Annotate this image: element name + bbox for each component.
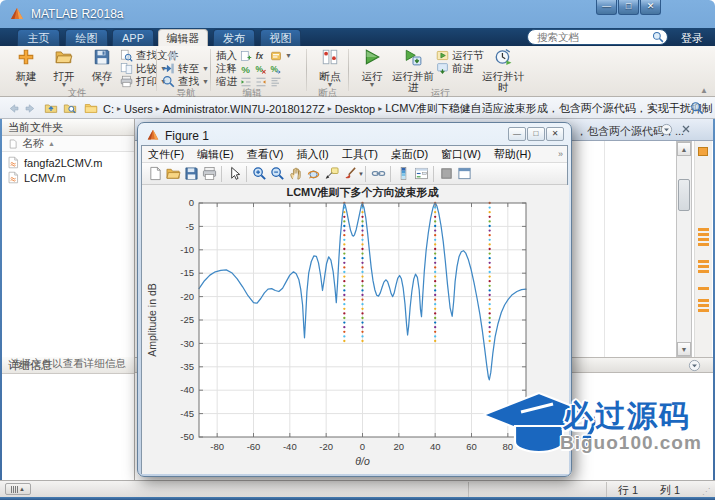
folder-search-icon[interactable] <box>690 101 704 115</box>
pan-hand-icon[interactable] <box>288 166 304 182</box>
运行-button[interactable]: 运行▼ <box>354 48 390 86</box>
insert-colorbar-icon[interactable] <box>396 166 412 182</box>
前进-button[interactable]: 前进 <box>436 62 473 75</box>
ribbon-tab-3[interactable]: APP <box>112 29 154 46</box>
figure-menu-6[interactable]: 桌面(D) <box>391 147 428 162</box>
新建-button[interactable]: 新建▼ <box>8 48 44 86</box>
brush-dropdown-icon[interactable]: ▼ <box>358 171 364 177</box>
analyzer-marker[interactable] <box>698 228 709 231</box>
注释-button[interactable]: 注释%%% <box>216 62 282 75</box>
转至-button[interactable]: 转至▼ <box>162 62 209 75</box>
figure-menu-1[interactable]: 文件(F) <box>148 147 184 162</box>
search-icon[interactable] <box>652 31 664 43</box>
forward-icon[interactable] <box>24 102 37 115</box>
mini-percent-a-icon[interactable]: % <box>270 63 282 75</box>
nav-pair-button[interactable] <box>166 49 182 62</box>
back-icon[interactable] <box>7 102 20 115</box>
figure-menu-3[interactable]: 查看(V) <box>247 147 284 162</box>
mini-indent-0-icon[interactable] <box>270 76 282 88</box>
analyzer-marker[interactable] <box>698 243 709 246</box>
analyzer-marker[interactable] <box>698 260 709 263</box>
scroll-up-icon[interactable]: ▲ <box>677 142 691 156</box>
close-button[interactable]: ✕ <box>640 0 661 15</box>
figure-maximize-button[interactable]: □ <box>527 127 545 141</box>
rotate-3d-icon[interactable] <box>306 166 322 182</box>
current-folder-header[interactable]: 当前文件夹 <box>2 119 134 136</box>
zoom-out-icon[interactable] <box>270 166 286 182</box>
breadcrumb-segment-5[interactable]: LCMV准则下稳健自适应波束形成，包含两个源代码，实现干扰抑制 <box>385 101 713 116</box>
analyzer-status-box[interactable] <box>698 147 708 156</box>
up-one-level-icon[interactable] <box>44 101 58 115</box>
hide-plot-tools-icon[interactable] <box>439 166 455 182</box>
doc-search-box[interactable] <box>527 29 668 45</box>
search-input[interactable] <box>535 31 647 43</box>
analyzer-marker[interactable] <box>698 233 709 236</box>
figure-menu-4[interactable]: 插入(I) <box>296 147 328 162</box>
save-figure-icon[interactable] <box>184 166 200 182</box>
mini-doc-plus-icon[interactable] <box>240 50 252 62</box>
menu-overflow-icon[interactable]: » <box>558 149 563 159</box>
data-cursor-icon[interactable] <box>324 166 340 182</box>
breadcrumb-segment-3[interactable]: Administrator.WIN7U-20180127Z <box>163 103 325 115</box>
insert-legend-icon[interactable] <box>414 166 430 182</box>
analyzer-marker[interactable] <box>698 287 709 290</box>
name-column-header[interactable]: 名称 ▲ <box>2 136 134 152</box>
splitter-menu-icon[interactable] <box>688 359 701 372</box>
figure-menu-8[interactable]: 帮助(H) <box>494 147 531 162</box>
mini-block-icon[interactable] <box>270 50 282 62</box>
breadcrumb-segment-2[interactable]: Users <box>124 103 153 115</box>
file-row[interactable]: fangfa2LCMV.m <box>2 155 134 170</box>
zoom-in-icon[interactable] <box>252 166 268 182</box>
运行并计时-button[interactable]: 运行并计时 <box>482 48 524 86</box>
scrollbar-thumb[interactable] <box>678 179 690 211</box>
figure-minimize-button[interactable]: — <box>508 127 526 141</box>
figure-close-button[interactable]: ✕ <box>546 127 564 141</box>
运行并前进-button[interactable]: 运行并前进 <box>392 48 434 86</box>
analyzer-marker[interactable] <box>698 299 709 302</box>
show-plot-tools-icon[interactable] <box>457 166 473 182</box>
figure-menu-7[interactable]: 窗口(W) <box>441 147 481 162</box>
保存-button[interactable]: 保存▼ <box>84 48 120 86</box>
editor-tab-close-icon[interactable] <box>680 123 692 135</box>
editor-tab-menu-icon[interactable] <box>660 123 673 136</box>
browse-folder-icon[interactable] <box>63 101 77 115</box>
brush-icon[interactable] <box>342 166 358 182</box>
edit-plot-arrow-icon[interactable] <box>227 166 243 182</box>
link-plot-icon[interactable] <box>371 166 387 182</box>
比较-button[interactable]: 比较▼ <box>120 62 167 75</box>
mini-percent-x-icon[interactable]: % <box>255 63 267 75</box>
打印-button[interactable]: 打印▼ <box>120 75 167 88</box>
mini-indent-l-icon[interactable] <box>255 76 267 88</box>
code-analyzer-strip[interactable] <box>694 141 712 357</box>
statusbar-toggle-button[interactable]: ▲ <box>5 483 31 495</box>
analyzer-marker[interactable] <box>698 304 709 307</box>
resize-grip[interactable]: ⋰ <box>702 487 710 496</box>
breadcrumb-segment-1[interactable]: C: <box>103 103 114 115</box>
figure-menu-2[interactable]: 编辑(E) <box>197 147 234 162</box>
mini-fx-icon[interactable]: fx <box>255 50 267 62</box>
analyzer-marker[interactable] <box>698 309 709 312</box>
collapse-ribbon-icon[interactable]: ▲ <box>700 86 708 95</box>
ribbon-tab-2[interactable]: 绘图 <box>65 29 108 46</box>
print-figure-icon[interactable] <box>202 166 218 182</box>
path-dropdown-icon[interactable]: ▼ <box>648 104 655 111</box>
breadcrumb-segment-4[interactable]: Desktop <box>335 103 375 115</box>
maximize-button[interactable]: □ <box>618 0 639 15</box>
editor-scrollbar[interactable]: ▲ ▼ <box>676 141 692 357</box>
ribbon-tab-5[interactable]: 发布 <box>213 29 255 46</box>
断点-button[interactable]: 断点▼ <box>312 48 348 86</box>
login-button[interactable]: 登录 <box>681 31 703 46</box>
打开-button[interactable]: 打开▼ <box>46 48 82 86</box>
ribbon-tab-1[interactable]: 主页 <box>17 29 60 46</box>
open-file-icon[interactable] <box>166 166 182 182</box>
运行节-button[interactable]: 运行节 <box>436 49 484 62</box>
figure-menu-5[interactable]: 工具(T) <box>342 147 378 162</box>
minimize-button[interactable]: — <box>596 0 617 15</box>
analyzer-marker[interactable] <box>698 238 709 241</box>
analyzer-marker[interactable] <box>698 265 709 268</box>
ribbon-tab-4[interactable]: 编辑器 <box>158 29 208 46</box>
mini-percent-icon[interactable]: % <box>240 63 252 75</box>
file-row[interactable]: LCMV.m <box>2 170 134 185</box>
mini-indent-r-icon[interactable] <box>240 76 252 88</box>
analyzer-marker[interactable] <box>698 270 709 273</box>
